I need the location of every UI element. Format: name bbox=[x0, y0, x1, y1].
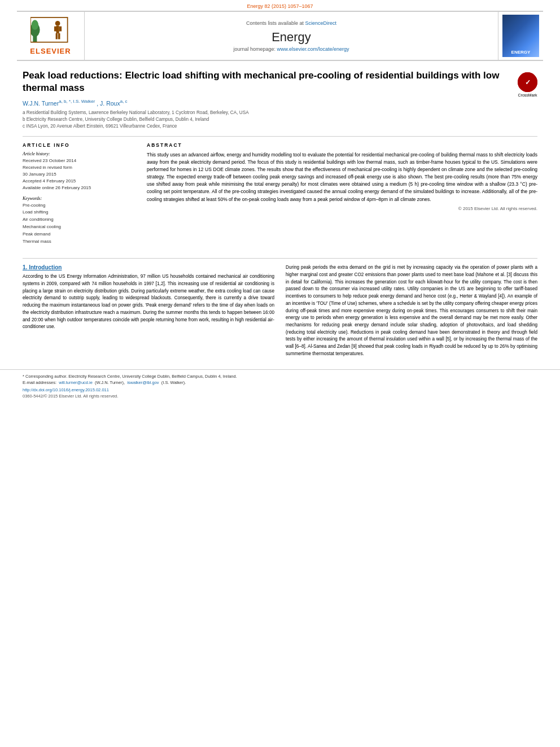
received-date: Received 23 October 2014 bbox=[23, 158, 135, 164]
elsevier-label: ELSEVIER bbox=[30, 47, 71, 55]
crossmark-icon: ✓ bbox=[518, 72, 537, 92]
svg-rect-8 bbox=[56, 33, 58, 39]
info-abstract-section: ARTICLE INFO Article history: Received 2… bbox=[23, 142, 537, 250]
affiliations: a Residential Building Systems, Lawrence… bbox=[23, 110, 509, 130]
keywords-label: Keywords: bbox=[23, 196, 135, 201]
intro-col-left: 1. Introduction According to the US Ener… bbox=[23, 264, 274, 357]
keywords-section: Keywords: Pre-cooling Load shifting Air … bbox=[23, 196, 135, 246]
authors-line: W.J.N. Turnera, b, *, I.S. Walker , J. R… bbox=[23, 99, 509, 107]
journal-reference: Energy 82 (2015) 1057–1067 bbox=[0, 0, 560, 11]
accepted-date: Accepted 4 February 2015 bbox=[23, 178, 135, 185]
footer-section: * Corresponding author. Electricity Rese… bbox=[0, 369, 560, 399]
main-content: 1. Introduction According to the US Ener… bbox=[0, 261, 560, 363]
journal-title-section: Contents lists available at ScienceDirec… bbox=[85, 12, 498, 60]
crossmark-badge: ✓ CrossMark bbox=[518, 72, 537, 92]
abstract-text: This study uses an advanced airflow, ene… bbox=[147, 151, 537, 203]
journal-cover-section bbox=[498, 12, 543, 60]
intro-section-title: 1. Introduction bbox=[23, 264, 274, 270]
svg-rect-7 bbox=[59, 26, 62, 31]
keyword-5: Peak demand bbox=[23, 231, 135, 238]
divider-2 bbox=[23, 258, 537, 259]
intro-col-right: During peak periods the extra demand on … bbox=[286, 264, 537, 357]
keyword-4: Mechanical cooling bbox=[23, 224, 135, 231]
available-date: Available online 26 February 2015 bbox=[23, 185, 135, 191]
elsevier-logo-section: ELSEVIER bbox=[17, 12, 85, 60]
abstract-heading: ABSTRACT bbox=[147, 142, 537, 148]
article-history: Article history: Received 23 October 201… bbox=[23, 151, 135, 191]
journal-name: Energy bbox=[272, 30, 311, 45]
author-sup-1: a, b, *, I.S. Walker bbox=[59, 99, 95, 104]
keywords-list: Pre-cooling Load shifting Air conditioni… bbox=[23, 202, 135, 246]
article-info-col: ARTICLE INFO Article history: Received 2… bbox=[23, 142, 135, 250]
article-title: Peak load reductions: Electric load shif… bbox=[23, 69, 509, 94]
article-body: Peak load reductions: Electric load shif… bbox=[0, 61, 560, 255]
svg-rect-6 bbox=[54, 26, 56, 31]
svg-rect-9 bbox=[58, 33, 60, 39]
svg-text:✓: ✓ bbox=[525, 78, 531, 86]
article-title-section: Peak load reductions: Electric load shif… bbox=[23, 69, 537, 130]
history-label: Article history: bbox=[23, 151, 135, 156]
homepage-line: journal homepage: www.elsevier.com/locat… bbox=[233, 46, 349, 52]
issn-line: 0360-5442/© 2015 Elsevier Ltd. All right… bbox=[23, 394, 537, 399]
author-sup-2: a, c bbox=[120, 99, 128, 104]
keyword-1: Pre-cooling bbox=[23, 202, 135, 209]
intro-body-right: During peak periods the extra demand on … bbox=[286, 264, 537, 357]
keyword-2: Load shifting bbox=[23, 209, 135, 216]
received-revised-label: Received in revised form bbox=[23, 164, 135, 171]
email-line: E-mail addresses: will.turner@ucd.ie (W.… bbox=[23, 379, 537, 386]
contents-line: Contents lists available at ScienceDirec… bbox=[246, 20, 336, 26]
article-info-heading: ARTICLE INFO bbox=[23, 142, 135, 148]
article-title-text: Peak load reductions: Electric load shif… bbox=[23, 69, 509, 130]
intro-body-left: According to the US Energy Information A… bbox=[23, 273, 274, 331]
journal-header: ELSEVIER Contents lists available at Sci… bbox=[17, 11, 543, 61]
copyright-line: © 2015 Elsevier Ltd. All rights reserved… bbox=[147, 206, 537, 211]
footnote-text: * Corresponding author. Electricity Rese… bbox=[23, 373, 537, 379]
journal-cover-image bbox=[502, 15, 539, 57]
sciencedirect-link[interactable]: ScienceDirect bbox=[305, 20, 337, 26]
crossmark-label: CrossMark bbox=[518, 93, 537, 97]
svg-point-2 bbox=[32, 20, 38, 30]
email1-link[interactable]: will.turner@ucd.ie bbox=[59, 380, 93, 385]
keyword-6: Thermal mass bbox=[23, 238, 135, 246]
elsevier-logo-svg bbox=[30, 17, 70, 45]
svg-point-4 bbox=[55, 21, 60, 26]
abstract-col: ABSTRACT This study uses an advanced air… bbox=[147, 142, 537, 250]
keyword-3: Air conditioning bbox=[23, 216, 135, 224]
email2-link[interactable]: iswalker@lbl.gov bbox=[127, 380, 159, 385]
revised-date: 30 January 2015 bbox=[23, 171, 135, 178]
doi-line[interactable]: http://dx.doi.org/10.1016/j.energy.2015.… bbox=[23, 387, 537, 392]
elsevier-logo: ELSEVIER bbox=[30, 17, 71, 55]
divider-1 bbox=[23, 136, 537, 137]
